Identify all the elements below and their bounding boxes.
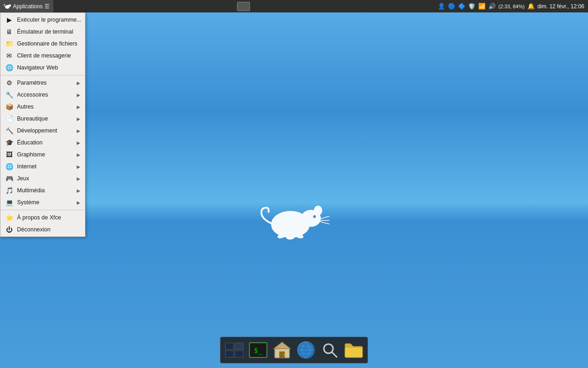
about-xfce-label: À propos de Xfce — [17, 214, 80, 221]
menu-item-settings[interactable]: ⚙Paramètres▶ — [0, 77, 85, 89]
svg-point-16 — [284, 354, 285, 356]
education-arrow-icon: ▶ — [77, 140, 80, 145]
run-program-label: Exécuter le programme... — [17, 17, 81, 23]
svg-rect-24 — [345, 347, 362, 357]
network-vpn-icon: 🔷 — [458, 3, 465, 10]
terminal-label: Émulateur de terminal — [17, 29, 80, 35]
development-icon: 🔨 — [5, 126, 13, 135]
window-switcher-button[interactable] — [237, 2, 250, 11]
volume-icon: 🔊 — [488, 3, 496, 10]
vpn-shield-icon: 🛡️ — [468, 3, 475, 10]
svg-point-3 — [313, 215, 316, 218]
logout-icon: ⏻ — [5, 225, 13, 234]
top-panel: Applications ☰ 👤 🔵 🔷 🛡️ 📶 🔊 (2:33, 84%) … — [0, 0, 588, 12]
folder-dock-button[interactable] — [343, 339, 365, 361]
games-icon: 🎮 — [5, 174, 13, 183]
logout-label: Déconnexion — [17, 226, 80, 233]
menu-item-multimedia[interactable]: 🎵Multimédia▶ — [0, 184, 85, 196]
home-folder-dock-button[interactable] — [271, 339, 293, 361]
menu-item-logout[interactable]: ⏻Déconnexion — [0, 224, 85, 236]
bottom-dock: $_ — [220, 337, 368, 363]
menu-item-office[interactable]: 📄Bureautique▶ — [0, 113, 85, 125]
menu-item-development[interactable]: 🔨Développement▶ — [0, 125, 85, 137]
multimedia-label: Multimédia — [17, 187, 73, 194]
menu-item-others[interactable]: 📦Autres▶ — [0, 101, 85, 113]
folder-icon — [344, 342, 363, 358]
notification-bell-icon[interactable]: 🔔 — [527, 3, 535, 10]
wifi-icon: 📶 — [478, 3, 486, 10]
svg-point-12 — [8, 4, 11, 6]
graphics-label: Graphisme — [17, 151, 73, 158]
settings-arrow-icon: ▶ — [77, 80, 80, 86]
multimedia-icon: 🎵 — [5, 186, 13, 195]
terminal-icon: 🖥 — [5, 28, 13, 36]
user-icon: 👤 — [438, 3, 445, 10]
menu-separator — [0, 75, 85, 75]
graphics-arrow-icon: ▶ — [77, 152, 80, 157]
file-manager-icon: 📁 — [5, 40, 13, 48]
search-dock-button[interactable] — [319, 339, 341, 361]
menu-item-system[interactable]: 💻Système▶ — [0, 196, 85, 208]
accessories-arrow-icon: ▶ — [77, 92, 80, 98]
about-xfce-icon: ⭐ — [5, 213, 13, 222]
web-browser-icon: 🌐 — [5, 63, 13, 72]
panel-center — [53, 2, 434, 11]
accessories-label: Accessoires — [17, 92, 73, 98]
workspace-switcher-button[interactable] — [223, 339, 245, 361]
menu-item-education[interactable]: 🎓Éducation▶ — [0, 137, 85, 149]
menu-item-internet[interactable]: 🌐Internet▶ — [0, 161, 85, 172]
others-arrow-icon: ▶ — [77, 104, 80, 109]
internet-label: Internet — [17, 163, 73, 170]
magnifier-icon — [321, 341, 339, 359]
internet-icon: 🌐 — [5, 162, 13, 171]
graphics-icon: 🖼 — [5, 150, 13, 159]
menu-item-terminal[interactable]: 🖥Émulateur de terminal — [0, 26, 85, 38]
settings-label: Paramètres — [17, 80, 73, 86]
menu-item-run-program[interactable]: ▶Exécuter le programme... — [0, 14, 85, 26]
settings-icon: ⚙ — [5, 79, 13, 87]
others-label: Autres — [17, 104, 73, 110]
globe-dock-button[interactable] — [295, 339, 317, 361]
games-arrow-icon: ▶ — [77, 176, 80, 181]
system-label: Système — [17, 199, 73, 206]
menu-item-web-browser[interactable]: 🌐Navigateur Web — [0, 62, 85, 74]
mail-client-icon: ✉ — [5, 52, 13, 60]
accessories-icon: 🔧 — [5, 91, 13, 99]
panel-right: 👤 🔵 🔷 🛡️ 📶 🔊 (2:33, 84%) 🔔 dim. 12 févr.… — [434, 3, 588, 10]
office-icon: 📄 — [5, 115, 13, 123]
datetime-display: dim. 12 févr., 12:06 — [537, 3, 584, 10]
desktop — [0, 0, 588, 368]
applications-label: Applications — [13, 3, 43, 10]
application-menu: ▶Exécuter le programme...🖥Émulateur de t… — [0, 12, 85, 237]
menu-item-file-manager[interactable]: 📁Gestionnaire de fichiers — [0, 38, 85, 50]
development-label: Développement — [17, 127, 73, 134]
mouse-icon — [4, 3, 11, 10]
office-arrow-icon: ▶ — [77, 116, 80, 121]
menu-item-graphics[interactable]: 🖼Graphisme▶ — [0, 149, 85, 161]
svg-marker-14 — [274, 342, 290, 349]
applications-menu-button[interactable]: Applications ☰ — [0, 0, 53, 12]
others-icon: 📦 — [5, 103, 13, 111]
terminal-icon: $_ — [249, 342, 267, 358]
menu-item-mail-client[interactable]: ✉Client de messagerie — [0, 50, 85, 62]
run-program-icon: ▶ — [5, 16, 13, 24]
education-icon: 🎓 — [5, 138, 13, 147]
svg-point-2 — [314, 206, 322, 216]
terminal-dock-button[interactable]: $_ — [247, 339, 269, 361]
games-label: Jeux — [17, 175, 73, 182]
home-icon — [273, 341, 291, 359]
svg-line-23 — [332, 352, 337, 357]
menu-indicator: ☰ — [45, 3, 50, 10]
xfce-mouse-logo — [257, 198, 331, 244]
svg-line-5 — [319, 216, 329, 219]
mail-client-label: Client de messagerie — [17, 52, 80, 59]
file-manager-label: Gestionnaire de fichiers — [17, 40, 80, 47]
menu-item-games[interactable]: 🎮Jeux▶ — [0, 172, 85, 184]
system-arrow-icon: ▶ — [77, 200, 80, 205]
web-browser-label: Navigateur Web — [17, 64, 80, 71]
menu-item-about-xfce[interactable]: ⭐À propos de Xfce — [0, 212, 85, 224]
education-label: Éducation — [17, 139, 73, 146]
globe-icon — [297, 341, 315, 359]
menu-item-accessories[interactable]: 🔧Accessoires▶ — [0, 89, 85, 101]
system-icon: 💻 — [5, 198, 13, 207]
